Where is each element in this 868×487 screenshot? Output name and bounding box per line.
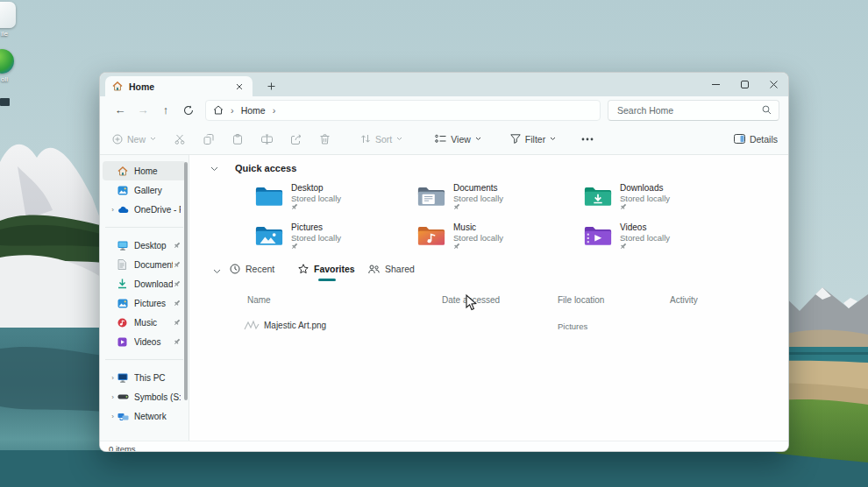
share-button[interactable] (289, 131, 303, 147)
refresh-button[interactable] (177, 101, 200, 120)
new-tab-button[interactable] (263, 78, 279, 94)
sidebar-separator (105, 359, 183, 360)
pin-icon (620, 203, 627, 210)
pictures-folder-icon (254, 224, 284, 247)
close-button[interactable] (759, 73, 788, 96)
sidebar-item-music[interactable]: Music (103, 313, 186, 332)
onedrive-cloud-icon (117, 204, 130, 215)
sort-button[interactable]: Sort (359, 131, 404, 147)
videos-icon (117, 336, 130, 348)
filter-icon (510, 134, 521, 144)
chevron-right-icon[interactable]: › (108, 413, 117, 420)
tile-subtitle: Stored locally (620, 233, 670, 243)
maximize-button[interactable] (730, 73, 759, 96)
tab-label: Shared (385, 264, 415, 274)
sidebar-item-onedrive[interactable]: › OneDrive - Perso (103, 200, 186, 219)
people-icon (368, 265, 380, 274)
sidebar-item-pictures[interactable]: Pictures (103, 293, 186, 313)
videos-folder-icon (583, 224, 613, 247)
chevron-right-icon[interactable]: › (108, 393, 117, 401)
status-bar: 0 items (100, 441, 788, 452)
forward-button[interactable]: → (132, 101, 154, 120)
sidebar-item-downloads[interactable]: Downloads (103, 274, 186, 293)
breadcrumb-home[interactable]: Home (241, 105, 266, 116)
search-input[interactable] (615, 104, 762, 116)
paste-button[interactable] (231, 131, 245, 147)
details-button[interactable]: Details (734, 134, 778, 145)
minimize-button[interactable] (701, 73, 730, 96)
sidebar-item-documents[interactable]: Documents (103, 255, 186, 274)
music-folder-icon (416, 224, 446, 247)
tile-downloads[interactable]: Downloads Stored locally (578, 183, 740, 218)
sidebar-item-desktop[interactable]: Desktop (103, 236, 186, 255)
delete-button[interactable] (318, 131, 331, 147)
chevron-down-icon (396, 137, 402, 141)
cut-button[interactable] (173, 131, 187, 147)
tab-close-icon[interactable] (233, 81, 245, 93)
content-area: Quick access Desktop Stored locally (189, 155, 788, 441)
tile-name: Desktop (291, 183, 341, 194)
filter-button[interactable]: Filter (509, 131, 558, 147)
tile-name: Downloads (620, 183, 670, 194)
desktop-icon-2[interactable]: oli (0, 49, 19, 83)
chevron-right-icon: › (231, 105, 234, 116)
sidebar-scrollbar[interactable] (184, 162, 188, 400)
desktop-icon-1[interactable]: ile (0, 2, 19, 38)
sidebar-item-symbols-drive[interactable]: › Symbols (S:) (103, 387, 186, 406)
chevron-right-icon[interactable]: › (108, 206, 117, 214)
file-row-name[interactable]: Majestic Art.png (264, 321, 326, 330)
sidebar-item-gallery[interactable]: Gallery (103, 180, 186, 200)
tab-label: Favorites (314, 264, 355, 274)
tile-desktop[interactable]: Desktop Stored locally (249, 183, 411, 218)
titlebar[interactable]: Home (100, 73, 788, 96)
pictures-icon (117, 298, 130, 309)
tile-videos[interactable]: Videos Stored locally (578, 222, 740, 258)
back-button[interactable]: ← (109, 101, 132, 120)
more-options-button[interactable] (580, 135, 595, 144)
file-explorer-window: Home ← → ↑ (99, 72, 789, 452)
copy-button[interactable] (202, 131, 216, 147)
address-bar[interactable]: › Home › (205, 100, 601, 121)
sidebar-item-label: Downloads (134, 279, 173, 289)
search-icon (762, 105, 772, 115)
pin-icon (291, 203, 298, 210)
tab-favorites[interactable]: Favorites (298, 264, 355, 274)
search-box[interactable] (608, 100, 779, 121)
view-button[interactable]: View (433, 131, 483, 147)
tab-home[interactable]: Home (105, 76, 253, 96)
rename-icon (261, 134, 273, 145)
chevron-right-icon[interactable]: › (108, 374, 117, 382)
column-header-name[interactable]: Name (247, 295, 271, 305)
home-icon (213, 105, 224, 115)
sidebar-item-label: Pictures (134, 299, 173, 308)
column-header-activity[interactable]: Activity (670, 295, 698, 305)
sidebar-item-network[interactable]: › Network (103, 406, 186, 426)
sidebar-item-label: Music (134, 318, 173, 328)
window-controls (701, 73, 788, 96)
sidebar-item-label: Videos (134, 337, 173, 347)
gallery-icon (117, 185, 130, 196)
tab-recent[interactable]: Recent (230, 264, 274, 274)
sidebar-item-label: Symbols (S:) (134, 392, 181, 402)
new-button[interactable]: New (110, 131, 158, 147)
sidebar-item-this-pc[interactable]: › This PC (103, 368, 186, 387)
rename-button[interactable] (260, 131, 274, 147)
network-icon (117, 411, 130, 422)
collapse-chevron-icon[interactable] (210, 166, 218, 172)
file-row-location[interactable]: Pictures (558, 321, 587, 331)
tile-music[interactable]: Music Stored locally (411, 222, 578, 258)
tile-pictures[interactable]: Pictures Stored locally (249, 222, 411, 258)
sidebar-item-videos[interactable]: Videos (103, 332, 186, 351)
chevron-down-icon (550, 137, 556, 141)
column-header-file-location[interactable]: File location (558, 295, 604, 305)
navigation-pane: Home Gallery › OneDrive - Perso Desktop (100, 155, 189, 441)
up-button[interactable]: ↑ (154, 101, 177, 120)
sort-label: Sort (375, 134, 392, 145)
sidebar-item-home[interactable]: Home (103, 161, 186, 180)
tile-documents[interactable]: Documents Stored locally (411, 183, 578, 218)
collapse-chevron-icon[interactable] (213, 269, 221, 274)
tab-shared[interactable]: Shared (368, 264, 415, 274)
pin-icon (453, 203, 460, 210)
sort-icon (360, 134, 371, 144)
sidebar-item-label: Home (134, 166, 181, 176)
